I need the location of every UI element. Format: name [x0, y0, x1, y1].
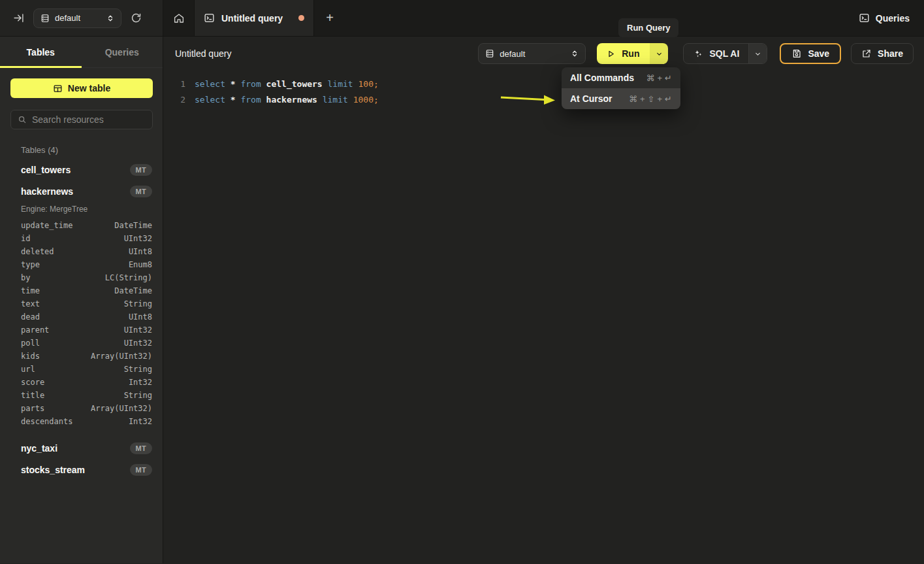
- table-row[interactable]: stocks_streamMT: [0, 459, 163, 480]
- column-row: update_timeDateTime: [0, 219, 163, 232]
- refresh-button[interactable]: [131, 12, 142, 24]
- engine-badge: MT: [130, 464, 152, 476]
- token-keyword: limit: [328, 79, 358, 89]
- search-input[interactable]: [32, 114, 146, 125]
- terminal-icon: [859, 12, 870, 24]
- queries-button-label: Queries: [876, 13, 910, 24]
- editor-header-controls: default: [478, 43, 914, 64]
- token-keyword: from: [240, 79, 266, 89]
- engine-label: Engine: MergeTree: [0, 202, 163, 219]
- sql-editor[interactable]: 1select * from cell_towers limit 100;2se…: [163, 71, 924, 563]
- shortcut-glyph: ↵: [665, 94, 672, 104]
- column-name: by: [21, 273, 30, 282]
- column-row: typeEnum8: [0, 258, 163, 271]
- column-row: scoreInt32: [0, 376, 163, 389]
- new-table-button-label: New table: [68, 83, 110, 93]
- chevrons-updown-icon: [571, 49, 579, 58]
- query-tab-label: Untitled query: [221, 13, 292, 24]
- code-text: select * from cell_towers limit 100;: [195, 79, 379, 89]
- sql-ai-button[interactable]: SQL AI: [684, 44, 748, 63]
- run-button[interactable]: Run: [597, 43, 650, 64]
- new-table-button[interactable]: New table: [10, 78, 153, 98]
- column-name: kids: [21, 352, 40, 361]
- table-row[interactable]: hackernewsMT: [0, 180, 163, 202]
- menu-item-label: All Commands: [570, 73, 634, 83]
- column-type: UInt32: [124, 234, 152, 243]
- query-tab[interactable]: Untitled query: [194, 0, 314, 36]
- sql-ai-split-button: SQL AI: [683, 43, 767, 64]
- column-name: deleted: [21, 247, 54, 256]
- menu-item[interactable]: At Cursor⌘+⇧+↵: [562, 88, 680, 109]
- collapse-sidebar-button[interactable]: [13, 12, 24, 24]
- column-type: String: [124, 299, 152, 308]
- column-name: title: [21, 391, 44, 400]
- column-type: UInt8: [129, 312, 152, 322]
- menu-item-label: At Cursor: [570, 93, 613, 104]
- header-database-select[interactable]: default: [478, 43, 586, 64]
- column-name: parts: [21, 404, 44, 413]
- save-button[interactable]: Save: [780, 43, 841, 64]
- sidebar-tab-queries[interactable]: Queries: [82, 37, 163, 67]
- column-row: titleString: [0, 389, 163, 402]
- column-name: id: [21, 234, 30, 243]
- sql-ai-button-label: SQL AI: [709, 48, 739, 59]
- code-line[interactable]: 1select * from cell_towers limit 100;: [163, 76, 924, 91]
- run-options-menu: All Commands⌘+↵At Cursor⌘+⇧+↵: [562, 67, 680, 109]
- topbar: default: [0, 0, 924, 37]
- save-button-label: Save: [808, 48, 829, 59]
- chevron-down-icon: [656, 50, 663, 58]
- column-name: type: [21, 260, 40, 269]
- save-icon: [791, 48, 802, 59]
- column-row: pollUInt32: [0, 337, 163, 350]
- run-split-button: Run: [597, 43, 668, 64]
- column-row: kidsArray(UInt32): [0, 350, 163, 363]
- table-name: hackernews: [21, 186, 130, 197]
- sql-ai-caret[interactable]: [748, 44, 767, 63]
- topbar-left: default: [0, 0, 163, 36]
- columns-list: update_timeDateTimeidUInt32deletedUInt8t…: [0, 219, 163, 437]
- run-query-tooltip: Run Query: [618, 18, 678, 37]
- editor-header: Untitled query default: [163, 37, 924, 71]
- tables-list: cell_towersMThackernewsMTEngine: MergeTr…: [0, 159, 163, 480]
- topbar-right: Untitled query + Queries: [163, 0, 924, 36]
- column-name: url: [21, 365, 35, 374]
- shortcut-glyph: +: [658, 73, 663, 83]
- token-keyword: select: [195, 95, 231, 105]
- shortcut-glyph: ↵: [665, 73, 672, 83]
- new-tab-button[interactable]: +: [314, 0, 345, 36]
- column-row: deadUInt8: [0, 310, 163, 323]
- tables-section-label: Tables (4): [21, 145, 152, 155]
- column-type: UInt8: [129, 247, 152, 256]
- column-name: dead: [21, 312, 40, 322]
- column-name: update_time: [21, 221, 72, 230]
- table-row[interactable]: nyc_taxiMT: [0, 437, 163, 459]
- shortcut-glyph: ⌘: [629, 94, 637, 104]
- sidebar-tab-tables[interactable]: Tables: [0, 37, 82, 67]
- sidebar-tab-queries-label: Queries: [105, 47, 139, 58]
- column-row: textString: [0, 297, 163, 310]
- column-row: timeDateTime: [0, 284, 163, 297]
- token-number: 100;: [358, 79, 378, 89]
- column-type: Int32: [129, 378, 152, 387]
- unsaved-indicator-dot: [298, 15, 304, 21]
- share-button[interactable]: Share: [851, 43, 914, 64]
- token-number: 1000;: [353, 95, 379, 105]
- sparkles-icon: [693, 48, 703, 59]
- run-options-caret[interactable]: [650, 43, 668, 64]
- share-button-label: Share: [878, 48, 903, 59]
- home-button[interactable]: [173, 12, 185, 24]
- run-button-label: Run: [622, 48, 639, 59]
- queries-button[interactable]: Queries: [844, 0, 924, 36]
- menu-item-shortcut: ⌘+↵: [646, 73, 673, 83]
- table-row[interactable]: cell_towersMT: [0, 159, 163, 180]
- database-icon: [40, 14, 50, 23]
- table-name: cell_towers: [21, 165, 130, 175]
- run-query-tooltip-text: Run Query: [627, 23, 670, 33]
- token-table: cell_towers: [266, 79, 328, 89]
- chevron-down-icon: [754, 50, 761, 58]
- column-row: byLC(String): [0, 271, 163, 284]
- menu-item[interactable]: All Commands⌘+↵: [562, 67, 680, 88]
- column-row: idUInt32: [0, 232, 163, 245]
- column-row: descendantsInt32: [0, 415, 163, 428]
- topbar-database-select[interactable]: default: [33, 8, 121, 28]
